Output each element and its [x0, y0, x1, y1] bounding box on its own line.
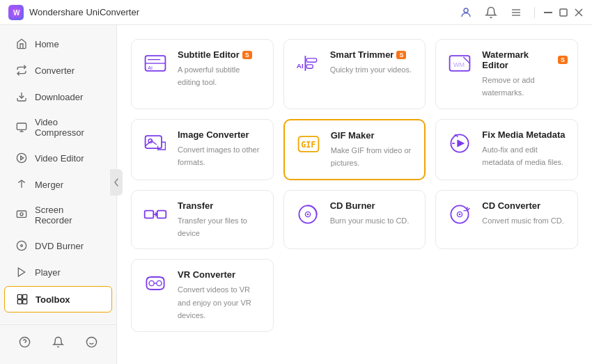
sidebar-label-video-editor: Video Editor — [35, 153, 84, 164]
watermark-editor-text: Watermark Editor S Remove or add waterma… — [482, 49, 568, 99]
screen-recorder-icon — [15, 209, 28, 221]
tool-card-image-converter[interactable]: Image Converter Convert images to other … — [131, 119, 274, 180]
home-icon — [15, 38, 28, 50]
smart-trimmer-badge: S — [396, 51, 406, 59]
feedback-icon[interactable] — [81, 332, 101, 351]
tool-card-transfer[interactable]: Transfer Transfer your files to device — [131, 190, 274, 250]
gif-maker-header: GIF Maker — [331, 130, 415, 141]
downloader-icon — [15, 90, 28, 103]
tool-card-watermark-editor[interactable]: WM Watermark Editor S Remove or add wate… — [435, 39, 578, 109]
subtitle-editor-title: Subtitle Editor — [178, 49, 240, 60]
sidebar-item-home[interactable]: Home — [4, 31, 112, 56]
svg-rect-7 — [560, 9, 567, 16]
svg-point-20 — [21, 245, 23, 247]
gif-maker-title: GIF Maker — [331, 130, 375, 141]
vr-converter-icon — [141, 269, 169, 297]
sidebar-item-player[interactable]: Player — [4, 260, 112, 285]
tool-card-vr-converter[interactable]: VR Converter Convert videos to VR and en… — [131, 259, 274, 331]
cd-converter-text: CD Converter Convert music from CD. — [482, 200, 568, 226]
smart-trimmer-header: Smart Trimmer S — [330, 49, 416, 60]
cd-converter-header: CD Converter — [482, 200, 568, 211]
svg-rect-38 — [306, 65, 313, 68]
sidebar-label-player: Player — [35, 267, 61, 278]
svg-rect-24 — [17, 300, 22, 304]
svg-text:AI: AI — [296, 62, 303, 70]
notification-icon[interactable] — [481, 3, 501, 22]
sidebar-item-downloader[interactable]: Downloader — [4, 84, 112, 109]
vr-converter-text: VR Converter Convert videos to VR and en… — [178, 269, 263, 321]
sidebar-item-dvd-burner[interactable]: DVD Burner — [4, 233, 112, 258]
toolbox-icon — [16, 293, 29, 306]
image-converter-desc: Convert images to other formats. — [178, 145, 259, 166]
cd-converter-desc: Convert music from CD. — [482, 216, 563, 225]
fix-media-metadata-icon — [446, 129, 474, 157]
merger-icon — [15, 178, 28, 191]
watermark-editor-header: Watermark Editor S — [482, 49, 568, 70]
fix-media-metadata-header: Fix Media Metadata — [482, 129, 568, 140]
transfer-icon — [141, 200, 169, 228]
cd-converter-icon — [446, 200, 474, 228]
player-icon — [15, 266, 28, 278]
subtitle-editor-icon: AI — [141, 49, 169, 77]
smart-trimmer-icon: AI — [294, 49, 322, 77]
close-button[interactable] — [574, 8, 584, 17]
svg-point-14 — [17, 153, 26, 162]
watermark-editor-badge: S — [558, 56, 568, 64]
sidebar-label-toolbox: Toolbox — [36, 294, 70, 305]
svg-point-57 — [459, 213, 461, 215]
fix-media-metadata-title: Fix Media Metadata — [482, 129, 565, 140]
tool-card-fix-media-metadata[interactable]: Fix Media Metadata Auto-fix and edit met… — [435, 119, 578, 180]
video-compressor-icon — [15, 121, 28, 134]
sidebar: Home Converter Downloader — [0, 25, 117, 364]
hamburger-icon[interactable] — [506, 3, 526, 22]
sidebar-item-toolbox[interactable]: Toolbox — [4, 286, 112, 312]
tool-card-cd-converter[interactable]: CD Converter Convert music from CD. — [435, 190, 578, 250]
cd-converter-title: CD Converter — [482, 200, 540, 211]
sidebar-item-merger[interactable]: Merger — [4, 172, 112, 197]
alert-icon[interactable] — [48, 332, 68, 351]
sidebar-label-merger: Merger — [35, 180, 63, 190]
svg-rect-17 — [17, 211, 26, 217]
svg-point-2 — [464, 8, 468, 13]
vr-converter-header: VR Converter — [178, 269, 263, 280]
image-converter-title: Image Converter — [178, 129, 249, 140]
tool-card-cd-burner[interactable]: CD Burner Burn your music to CD. — [283, 190, 426, 250]
tool-card-gif-maker[interactable]: GIF GIF Maker Make GIF from video or pic… — [283, 119, 426, 180]
svg-text:W: W — [13, 9, 20, 17]
transfer-header: Transfer — [178, 200, 263, 211]
gif-maker-desc: Make GIF from video or pictures. — [331, 146, 412, 167]
svg-rect-6 — [544, 12, 552, 13]
cd-burner-header: CD Burner — [330, 200, 416, 211]
svg-rect-25 — [23, 300, 27, 304]
tool-card-subtitle-editor[interactable]: AI Subtitle Editor S A powerful subtitle… — [131, 39, 274, 109]
user-icon[interactable] — [456, 3, 476, 22]
app-body: Home Converter Downloader — [0, 25, 592, 364]
svg-point-59 — [157, 281, 162, 286]
cd-burner-title: CD Burner — [330, 200, 375, 211]
transfer-text: Transfer Transfer your files to device — [178, 200, 263, 239]
transfer-title: Transfer — [178, 200, 213, 211]
sidebar-item-screen-recorder[interactable]: Screen Recorder — [4, 198, 112, 232]
collapse-sidebar-button[interactable] — [110, 169, 123, 196]
watermark-editor-icon: WM — [446, 49, 474, 77]
dvd-burner-icon — [15, 239, 28, 252]
app-title: Wondershare UniConverter — [29, 7, 456, 17]
watermark-editor-title: Watermark Editor — [482, 49, 555, 70]
transfer-desc: Transfer your files to device — [178, 216, 247, 237]
sidebar-label-screen-recorder: Screen Recorder — [35, 205, 101, 225]
svg-rect-23 — [23, 294, 27, 299]
sidebar-item-video-compressor[interactable]: Video Compressor — [4, 111, 112, 144]
sidebar-item-converter[interactable]: Converter — [4, 58, 112, 83]
svg-rect-11 — [17, 123, 26, 129]
subtitle-editor-desc: A powerful subtitle editing tool. — [178, 65, 240, 86]
svg-rect-50 — [157, 210, 166, 218]
main-content: AI Subtitle Editor S A powerful subtitle… — [117, 25, 592, 364]
svg-text:GIF: GIF — [301, 140, 316, 150]
gif-maker-icon: GIF — [295, 130, 322, 158]
minimize-button[interactable] — [543, 8, 553, 17]
maximize-button[interactable] — [559, 8, 568, 17]
help-icon[interactable] — [15, 332, 35, 351]
titlebar: W Wondershare UniConverter — [0, 0, 592, 25]
tool-card-smart-trimmer[interactable]: AI Smart Trimmer S Quicky trim your vide… — [283, 39, 426, 109]
sidebar-item-video-editor[interactable]: Video Editor — [4, 145, 112, 171]
